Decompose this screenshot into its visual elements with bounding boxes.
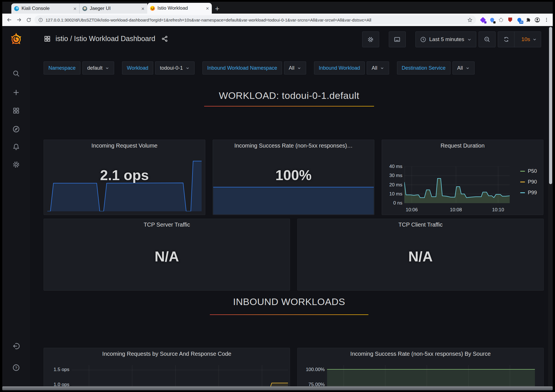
tab-jaeger-ui[interactable]: Jaeger UI × bbox=[79, 3, 147, 14]
chart-legend: P50 P90 P99 bbox=[520, 168, 537, 196]
incoming-requests-chart bbox=[72, 365, 288, 386]
y-axis-tick: 20 ms bbox=[385, 182, 402, 188]
refresh-icon[interactable] bbox=[498, 32, 515, 47]
stat-value: 2.1 ops bbox=[44, 167, 205, 184]
workload-section-title[interactable]: WORKLOAD: todoui-0-1.default bbox=[30, 90, 548, 101]
browser-toolbar: 127.0.0.1:3002/d/UbsSZTDik/istio-workloa… bbox=[2, 14, 553, 26]
variable-label-inbound-workload: Inbound Workload bbox=[314, 61, 365, 74]
back-icon[interactable] bbox=[6, 16, 13, 24]
reload-icon[interactable] bbox=[25, 16, 32, 24]
panel-title[interactable]: Incoming Success Rate (non-5xx responses… bbox=[298, 348, 543, 359]
legend-item-p50[interactable]: P50 bbox=[520, 168, 537, 174]
chevron-down-icon bbox=[467, 37, 472, 42]
y-axis-tick: 30 ms bbox=[385, 173, 402, 178]
dashboard-squares-icon[interactable] bbox=[44, 35, 51, 42]
time-range-label: Last 5 minutes bbox=[429, 36, 464, 42]
stat-value: N/A bbox=[44, 248, 290, 265]
sign-in-icon[interactable] bbox=[12, 342, 20, 350]
x-axis-tick: 10:06 bbox=[402, 207, 422, 213]
variable-value-namespace[interactable]: default bbox=[82, 61, 114, 74]
tab-title: Istio Workload bbox=[157, 5, 203, 11]
extension-icon[interactable] bbox=[489, 17, 495, 23]
search-icon[interactable] bbox=[12, 70, 20, 77]
variable-value-destination-service[interactable]: All bbox=[452, 61, 475, 74]
close-tab-icon[interactable]: × bbox=[141, 6, 144, 11]
inbound-section-title[interactable]: INBOUND WORKLOADS bbox=[30, 296, 548, 307]
page-scrollbar[interactable] bbox=[548, 26, 553, 386]
menu-kebab-icon[interactable] bbox=[543, 17, 549, 23]
shield-extension-icon[interactable] bbox=[507, 17, 513, 23]
variable-label-destination-service: Destination Service bbox=[397, 61, 451, 74]
horizontal-scrollbar[interactable] bbox=[2, 386, 553, 390]
variable-value-inbound-workload-namespace[interactable]: All bbox=[284, 61, 306, 74]
explore-compass-icon[interactable] bbox=[12, 125, 20, 133]
puzzle-extensions-icon[interactable] bbox=[525, 17, 531, 23]
x-axis-tick: 10:10 bbox=[488, 207, 508, 213]
jaeger-favicon-icon bbox=[82, 6, 87, 11]
tv-kiosk-button[interactable] bbox=[389, 31, 406, 47]
variable-label-workload: Workload bbox=[122, 61, 153, 74]
share-icon[interactable] bbox=[161, 35, 168, 42]
extension-badge bbox=[493, 21, 496, 24]
success-rate-sparkline bbox=[213, 186, 374, 214]
panel-title[interactable]: TCP Server Traffic bbox=[44, 219, 290, 230]
close-tab-icon[interactable]: × bbox=[206, 6, 209, 11]
extension-icon[interactable]: 26 bbox=[516, 17, 522, 23]
legend-item-p99[interactable]: P99 bbox=[520, 190, 537, 196]
dashboard-title[interactable]: istio / Istio Workload Dashboard bbox=[56, 35, 155, 43]
grafana-logo-icon[interactable] bbox=[9, 32, 23, 46]
y-axis-tick: 75.00% bbox=[300, 382, 325, 386]
panel-title[interactable]: TCP Client Traffic bbox=[298, 219, 543, 230]
svg-text:?: ? bbox=[15, 366, 17, 370]
tab-istio-workload[interactable]: Istio Workload × bbox=[147, 3, 212, 14]
panel-tcp-client-traffic: TCP Client Traffic N/A bbox=[297, 219, 544, 291]
tab-kiali-console[interactable]: Kiali Console × bbox=[11, 3, 79, 14]
new-tab-button[interactable]: + bbox=[212, 3, 223, 14]
variable-value-workload[interactable]: todoui-0-1 bbox=[155, 61, 195, 74]
panel-incoming-success-rate: Incoming Success Rate (non-5xx responses… bbox=[213, 140, 374, 215]
close-tab-icon[interactable]: × bbox=[73, 6, 76, 11]
panel-title[interactable]: Incoming Request Volume bbox=[44, 140, 205, 151]
refresh-interval-dropdown[interactable]: 10s bbox=[517, 36, 541, 42]
stat-value: N/A bbox=[298, 248, 543, 265]
legend-color-swatch bbox=[520, 182, 525, 182]
variable-value-inbound-workload[interactable]: All bbox=[367, 61, 389, 74]
forward-icon[interactable] bbox=[15, 16, 23, 24]
panel-request-duration: Request Duration 40 ms 30 ms 20 ms 10 ms… bbox=[382, 140, 543, 215]
panel-title[interactable]: Request Duration bbox=[382, 140, 543, 151]
panel-title[interactable]: Incoming Success Rate (non-5xx responses… bbox=[213, 140, 374, 151]
help-icon[interactable]: ? bbox=[12, 364, 20, 372]
address-bar[interactable]: 127.0.0.1:3002/d/UbsSZTDik/istio-workloa… bbox=[35, 15, 476, 24]
zoom-out-button[interactable] bbox=[479, 31, 496, 47]
chevron-down-icon bbox=[297, 66, 301, 70]
configuration-gear-icon[interactable] bbox=[12, 161, 20, 169]
template-variables-row: Namespace default Workload todoui-0-1 In… bbox=[44, 61, 475, 74]
legend-color-swatch bbox=[520, 192, 525, 193]
dashboard-settings-button[interactable] bbox=[362, 31, 379, 47]
page-info-icon[interactable] bbox=[38, 17, 43, 22]
panel-tcp-server-traffic: TCP Server Traffic N/A bbox=[44, 219, 290, 291]
extension-icon[interactable] bbox=[498, 17, 504, 23]
dashboards-grid-icon[interactable] bbox=[12, 107, 20, 114]
y-axis-tick: 1.5 ops bbox=[49, 367, 69, 372]
panel-title[interactable]: Incoming Requests by Source And Response… bbox=[44, 348, 290, 359]
url-text: 127.0.0.1:3002/d/UbsSZTDik/istio-workloa… bbox=[46, 18, 464, 22]
add-plus-icon[interactable] bbox=[12, 89, 20, 96]
bookmark-star-icon[interactable] bbox=[467, 17, 473, 23]
scrollbar-thumb[interactable] bbox=[549, 27, 552, 184]
panel-incoming-requests-by-source: Incoming Requests by Source And Response… bbox=[44, 348, 290, 386]
y-axis-tick: 10 ms bbox=[385, 191, 402, 197]
dashboard-main: istio / Istio Workload Dashboard bbox=[30, 26, 548, 386]
extension-icon[interactable] bbox=[480, 17, 486, 23]
variable-label-inbound-workload-namespace: Inbound Workload Namespace bbox=[202, 61, 282, 74]
extension-badge-count: 26 bbox=[519, 21, 523, 24]
y-axis-tick: 1.0 ops bbox=[49, 382, 69, 386]
browser-window: Kiali Console × Jaeger UI × Istio Worklo… bbox=[0, 0, 555, 392]
refresh-interval-label: 10s bbox=[521, 36, 530, 42]
extension-badge bbox=[484, 21, 486, 24]
profile-avatar-icon[interactable] bbox=[534, 17, 540, 23]
time-range-picker[interactable]: Last 5 minutes bbox=[415, 31, 477, 47]
alerting-bell-icon[interactable] bbox=[12, 143, 20, 151]
legend-item-p90[interactable]: P90 bbox=[520, 179, 537, 185]
y-axis-tick: 40 ms bbox=[385, 164, 402, 169]
